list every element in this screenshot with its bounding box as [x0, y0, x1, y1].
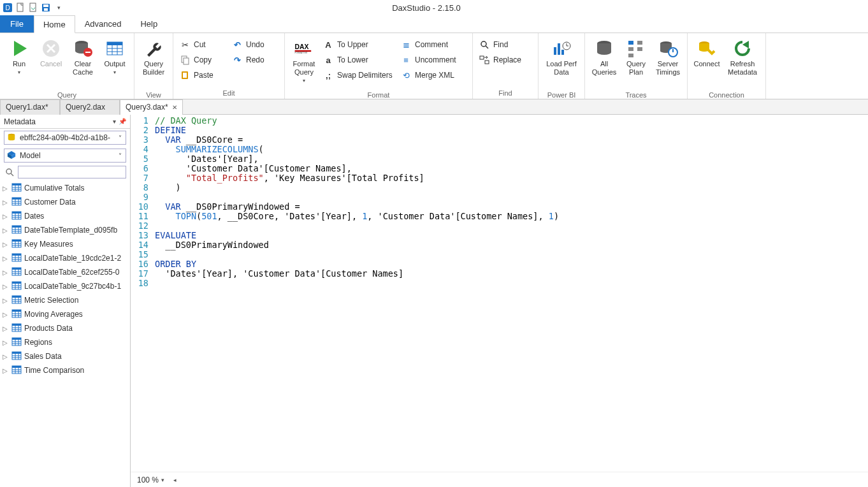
expand-icon[interactable]: ▷ — [3, 255, 9, 262]
expand-icon[interactable]: ▷ — [3, 241, 9, 248]
zoom-dropdown-icon[interactable]: ▾ — [161, 477, 164, 483]
format-query-button[interactable]: DAXFORMATTER Format Query ▾ — [289, 36, 319, 87]
table-icon — [11, 238, 22, 251]
table-icon — [11, 365, 22, 377]
table-node[interactable]: ▷ Key Measures — [0, 237, 130, 251]
copy-icon — [180, 55, 190, 65]
tab-advanced[interactable]: Advanced — [75, 15, 131, 33]
cut-button[interactable]: ✂Cut — [177, 37, 228, 52]
close-icon[interactable]: ✕ — [172, 104, 177, 111]
expand-icon[interactable]: ▷ — [3, 269, 9, 276]
table-name: Metric Selection — [24, 296, 78, 305]
tab-file[interactable]: File — [0, 15, 34, 33]
metadata-panel: Metadata ▾ 📌 ebffc284-a09b-4b2d-a1b8- ˅ … — [0, 115, 131, 487]
table-node[interactable]: ▷ Regions — [0, 335, 130, 349]
merge-xml-button[interactable]: ⟲Merge XML — [398, 68, 468, 83]
svg-rect-121 — [12, 338, 21, 340]
panel-dropdown-icon[interactable]: ▾ — [113, 118, 116, 125]
svg-rect-109 — [12, 310, 21, 312]
expand-icon[interactable]: ▷ — [3, 367, 9, 374]
find-button[interactable]: Find — [477, 37, 534, 52]
query-plan-button[interactable]: Query Plan — [621, 36, 651, 87]
uncomment-button[interactable]: ≡Uncomment — [398, 52, 468, 68]
table-node[interactable]: ▷ Metric Selection — [0, 293, 130, 307]
database-clear-icon — [73, 38, 93, 59]
refresh-metadata-button[interactable]: Refresh Metadata — [723, 36, 762, 87]
svg-line-28 — [486, 46, 488, 48]
all-queries-button[interactable]: All Queries — [589, 36, 619, 87]
run-button[interactable]: Run ▾ — [4, 36, 34, 87]
query-builder-button[interactable]: Query Builder — [138, 36, 169, 87]
expand-icon[interactable]: ▷ — [3, 185, 9, 192]
svg-rect-79 — [12, 240, 21, 242]
table-node[interactable]: ▷ Cumulative Totals — [0, 181, 130, 195]
model-selector[interactable]: Model ˅ — [4, 149, 126, 163]
redo-button[interactable]: ↷Redo — [229, 52, 280, 68]
svg-marker-47 — [742, 41, 749, 48]
code-editor[interactable]: 123456789101112131415161718 // DAX Query… — [131, 115, 868, 472]
quick-access-toolbar: D ▾ — [3, 3, 64, 13]
expand-icon[interactable]: ▷ — [3, 283, 9, 290]
undo-button[interactable]: ↶Undo — [229, 37, 280, 52]
table-node[interactable]: ▷ LocalDateTable_62cef255-0 — [0, 265, 130, 279]
table-name: Time Comparison — [24, 366, 84, 375]
svg-text:D: D — [5, 4, 10, 11]
code-content[interactable]: // DAX QueryDEFINE VAR __DS0Core = SUMMA… — [152, 116, 868, 472]
expand-icon[interactable]: ▷ — [3, 339, 9, 346]
table-icon — [11, 266, 22, 279]
redo-icon: ↷ — [232, 55, 242, 65]
expand-icon[interactable]: ▷ — [3, 311, 9, 318]
upper-icon: A — [323, 40, 333, 50]
table-node[interactable]: ▷ Moving Averages — [0, 307, 130, 321]
comment-button[interactable]: ≣Comment — [398, 37, 468, 52]
to-upper-button[interactable]: ATo Upper — [321, 37, 397, 52]
expand-icon[interactable]: ▷ — [3, 325, 9, 332]
document-tab[interactable]: Query3.dax*✕ — [120, 99, 183, 115]
svg-rect-5 — [43, 4, 48, 7]
new-doc-icon[interactable] — [15, 3, 25, 13]
table-node[interactable]: ▷ DateTableTemplate_d095fb — [0, 223, 130, 237]
dropdown-icon: ▾ — [303, 78, 305, 84]
database-selector[interactable]: ebffc284-a09b-4b2d-a1b8- ˅ — [4, 131, 126, 145]
metadata-search-input[interactable] — [18, 166, 126, 178]
pin-icon[interactable]: 📌 — [119, 118, 126, 125]
cancel-button[interactable]: Cancel — [36, 36, 66, 87]
scroll-left-icon[interactable]: ◂ — [173, 477, 177, 483]
paste-button[interactable]: Paste — [177, 68, 228, 83]
clear-cache-button[interactable]: Clear Cache — [68, 36, 98, 87]
tab-help[interactable]: Help — [131, 15, 167, 33]
table-node[interactable]: ▷ Time Comparison — [0, 363, 130, 377]
copy-button[interactable]: Copy — [177, 52, 228, 68]
expand-icon[interactable]: ▷ — [3, 227, 9, 234]
table-node[interactable]: ▷ LocalDateTable_19cdc2e1-2 — [0, 251, 130, 265]
table-node[interactable]: ▷ LocalDateTable_9c27bc4b-1 — [0, 279, 130, 293]
expand-icon[interactable]: ▷ — [3, 353, 9, 360]
swap-delimiters-button[interactable]: ,;Swap Delimiters — [321, 68, 397, 83]
tab-home[interactable]: Home — [34, 15, 75, 33]
zoom-level[interactable]: 100 % — [137, 476, 159, 484]
document-tabs: Query1.dax*Query2.daxQuery3.dax*✕ — [0, 99, 868, 115]
table-node[interactable]: ▷ Customer Data — [0, 195, 130, 209]
server-timings-button[interactable]: Server Timings — [653, 36, 683, 87]
open-icon[interactable] — [28, 3, 38, 13]
table-node[interactable]: ▷ Sales Data — [0, 349, 130, 363]
scissors-icon: ✂ — [180, 40, 190, 50]
expand-icon[interactable]: ▷ — [3, 297, 9, 304]
document-tab[interactable]: Query1.dax* — [0, 99, 60, 115]
expand-icon[interactable]: ▷ — [3, 213, 9, 220]
output-button[interactable]: Output ▾ — [99, 36, 130, 87]
metadata-title: Metadata — [4, 117, 36, 126]
connect-button[interactable]: Connect — [691, 36, 722, 87]
expand-icon[interactable]: ▷ — [3, 199, 9, 206]
save-icon[interactable] — [41, 3, 51, 13]
replace-button[interactable]: Replace — [477, 52, 534, 68]
table-node[interactable]: ▷ Dates — [0, 209, 130, 223]
table-node[interactable]: ▷ Products Data — [0, 321, 130, 335]
to-lower-button[interactable]: aTo Lower — [321, 52, 397, 68]
document-tab[interactable]: Query2.dax — [60, 99, 120, 115]
xml-icon: ⟲ — [401, 70, 411, 80]
metadata-tree[interactable]: ▷ Cumulative Totals▷ Customer Data▷ Date… — [0, 180, 130, 487]
svg-rect-39 — [628, 47, 633, 51]
load-perf-button[interactable]: Load Perf Data — [542, 36, 581, 87]
qat-dropdown-icon[interactable]: ▾ — [54, 3, 64, 13]
